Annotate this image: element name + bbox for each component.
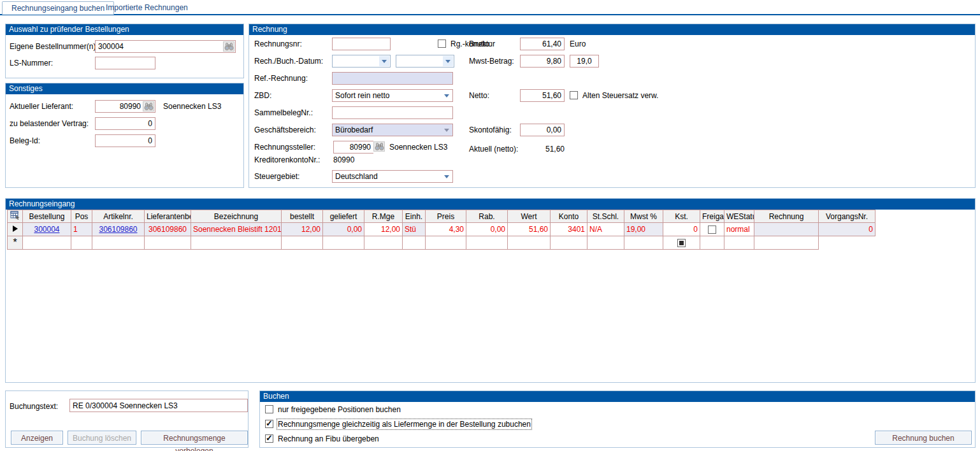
col-header-freiga[interactable]: Freiga — [700, 210, 724, 223]
cell-westatu[interactable]: normal — [724, 223, 754, 236]
cell-konto[interactable]: 3401 — [551, 223, 587, 236]
current-row-selector[interactable] — [8, 223, 23, 236]
beleg-id-input[interactable] — [95, 134, 155, 147]
cell-artikelnr[interactable]: 306109860 — [92, 223, 145, 236]
cell-lieferantenbe[interactable]: 306109860 — [145, 223, 191, 236]
cell-bestellt[interactable]: 12,00 — [282, 223, 323, 236]
col-header-kst[interactable]: Kst. — [663, 210, 700, 223]
col-header-wert[interactable]: Wert — [508, 210, 551, 223]
cell-preis[interactable]: 4,30 — [426, 223, 466, 236]
cell-pos[interactable]: 1 — [71, 223, 92, 236]
zbd-combo[interactable]: Sofort rein netto — [332, 89, 453, 102]
nur-freigegebene-checkbox[interactable] — [265, 405, 273, 413]
new-cell-bezeichnung[interactable] — [191, 236, 282, 250]
cell-bezeichnung[interactable]: Soennecken Bleistift 1201 — [191, 223, 282, 236]
col-header-einh[interactable]: Einh. — [403, 210, 426, 223]
freiga-checkbox-indeterminate[interactable] — [677, 239, 686, 247]
rechnungsmenge-vorbelegen-button[interactable]: Rechnungsmenge vorbelegen — [141, 431, 248, 445]
cell-geliefert[interactable]: 0,00 — [323, 223, 364, 236]
new-row-selector[interactable]: * — [8, 236, 23, 250]
col-header-konto[interactable]: Konto — [551, 210, 587, 223]
mwst-betrag-input[interactable] — [520, 55, 565, 68]
new-cell-konto[interactable] — [551, 236, 587, 250]
new-cell-freiga[interactable] — [663, 236, 700, 250]
freiga-checkbox[interactable] — [708, 226, 716, 234]
col-header-geliefert[interactable]: geliefert — [323, 210, 364, 223]
rechnungsnr-input[interactable] — [332, 38, 391, 50]
new-cell-bestellung[interactable] — [23, 236, 71, 250]
bestellnummer-search-button[interactable] — [223, 41, 234, 52]
bestellnummer-input[interactable] — [96, 41, 235, 52]
new-cell-rmge[interactable] — [364, 236, 403, 250]
lieferant-search-button[interactable] — [143, 101, 154, 111]
new-cell-westatu[interactable] — [700, 236, 724, 250]
col-header-rab[interactable]: Rab. — [466, 210, 508, 223]
cell-rab[interactable]: 0,00 — [466, 223, 508, 236]
col-header-mwst[interactable]: Mwst % — [624, 210, 663, 223]
col-header-vorgangsnr[interactable]: VorgangsNr. — [819, 210, 876, 223]
rechnungsdatum-combo[interactable] — [332, 55, 391, 68]
new-cell-geliefert[interactable] — [323, 236, 364, 250]
buchungstext-input[interactable] — [69, 399, 248, 412]
sammelbeleg-input[interactable] — [332, 106, 453, 119]
buchungstext-label: Buchungstext: — [10, 402, 58, 411]
new-cell-einh[interactable] — [403, 236, 426, 250]
netto-input[interactable] — [520, 89, 565, 102]
geschaeftsbereich-combo[interactable]: Bürobedarf — [332, 124, 453, 136]
panel-rechnung: Rechnung Rechnungsnr: Rg.-korrektur Brut… — [249, 24, 976, 188]
col-header-stschl[interactable]: St.Schl. — [587, 210, 624, 223]
buchungsdatum-combo[interactable] — [396, 55, 454, 68]
new-cell-bestellt[interactable] — [282, 236, 323, 250]
cell-rechnung[interactable] — [754, 223, 819, 236]
mwst-satz-input[interactable] — [570, 55, 599, 68]
tab-importierte-rechnungen[interactable]: Importierte Rechnungen — [97, 1, 197, 14]
cell-kst[interactable]: 0 — [663, 223, 700, 236]
grid-corner-cell[interactable] — [8, 210, 23, 223]
anzeigen-button[interactable]: Anzeigen — [11, 431, 63, 445]
new-cell-pos[interactable] — [71, 236, 92, 250]
brutto-input[interactable] — [520, 38, 565, 50]
new-cell-stschl[interactable] — [587, 236, 624, 250]
cell-bestellung[interactable]: 300004 — [23, 223, 71, 236]
cell-rmge[interactable]: 12,00 — [364, 223, 403, 236]
cell-einh[interactable]: Stü — [403, 223, 426, 236]
col-header-bestellt[interactable]: bestellt — [282, 210, 323, 223]
col-header-lieferantenbe[interactable]: Lieferantenbe — [145, 210, 191, 223]
rechnungssteller-search-button[interactable] — [373, 141, 385, 152]
new-cell-vorgangsnr[interactable] — [754, 236, 819, 250]
vertrag-input[interactable] — [95, 117, 155, 130]
ls-nummer-input[interactable] — [95, 57, 155, 69]
new-cell-lieferantenbe[interactable] — [145, 236, 191, 250]
rechnungssteller-input[interactable] — [334, 141, 373, 153]
fibu-uebergeben-checkbox[interactable] — [265, 434, 273, 443]
cell-vorgangsnr[interactable]: 0 — [819, 223, 876, 236]
new-cell-wert[interactable] — [508, 236, 551, 250]
liefermenge-zubuchen-checkbox[interactable] — [265, 420, 273, 428]
cell-mwst[interactable]: 19,00 — [624, 223, 663, 236]
buchung-loeschen-button[interactable]: Buchung löschen — [68, 431, 136, 445]
rg-korrektur-checkbox[interactable] — [438, 39, 446, 48]
col-header-rmge[interactable]: R.Mge — [364, 210, 403, 223]
col-header-rechnung[interactable]: Rechnung — [754, 210, 819, 223]
col-header-pos[interactable]: Pos — [71, 210, 92, 223]
col-header-bestellung[interactable]: Bestellung — [23, 210, 71, 223]
cell-stschl[interactable]: N/A — [587, 223, 624, 236]
cell-wert[interactable]: 51,60 — [508, 223, 551, 236]
col-header-westatu[interactable]: WEStatu — [724, 210, 754, 223]
new-cell-rechnung[interactable] — [724, 236, 754, 250]
cell-freiga[interactable] — [700, 223, 724, 236]
steuergebiet-combo[interactable]: Deutschland — [332, 170, 453, 183]
new-cell-mwst[interactable] — [624, 236, 663, 250]
col-header-bezeichnung[interactable]: Bezeichnung — [191, 210, 282, 223]
new-cell-artikelnr[interactable] — [92, 236, 145, 250]
col-header-artikelnr[interactable]: Artikelnr. — [92, 210, 145, 223]
skonto-input[interactable] — [520, 124, 565, 136]
new-cell-rab[interactable] — [466, 236, 508, 250]
alter-steuersatz-checkbox[interactable] — [570, 91, 578, 99]
rechnung-buchen-button[interactable]: Rechnung buchen — [875, 431, 972, 445]
bestellung-link[interactable]: 300004 — [34, 225, 59, 234]
new-row: * — [8, 236, 876, 250]
col-header-preis[interactable]: Preis — [426, 210, 466, 223]
new-cell-preis[interactable] — [426, 236, 466, 250]
artikelnr-link[interactable]: 306109860 — [99, 225, 137, 234]
